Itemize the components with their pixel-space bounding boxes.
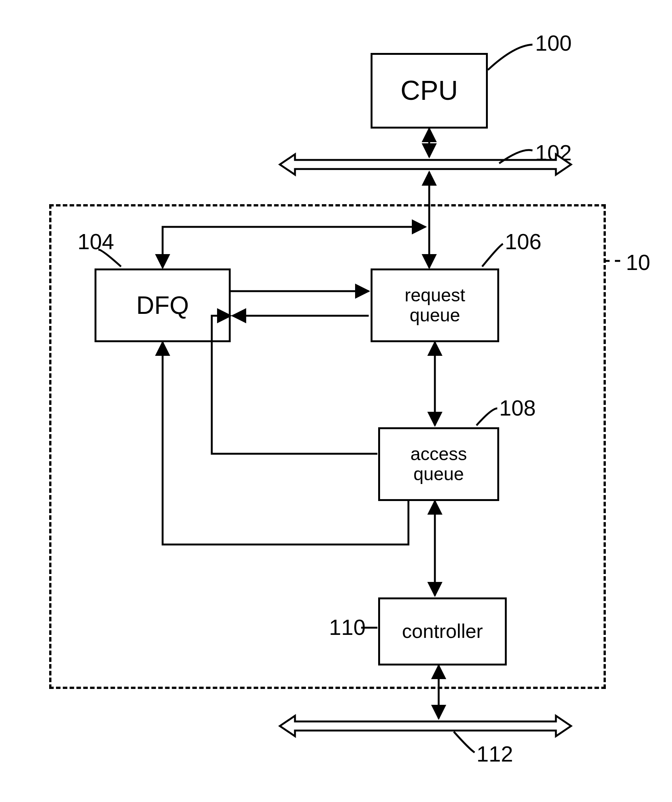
ref-104: 104 [78, 229, 114, 254]
ref-10: 10 [626, 249, 651, 275]
request-queue-block: request queue [371, 268, 499, 342]
bus-top [280, 154, 571, 175]
access-queue-block: access queue [378, 427, 499, 501]
cpu-block: CPU [371, 53, 488, 129]
leader-102 [499, 150, 533, 163]
ref-100: 100 [535, 30, 572, 56]
dfq-label: DFQ [136, 291, 189, 319]
access-queue-label: access queue [410, 444, 467, 484]
leader-112 [454, 732, 474, 752]
ref-108: 108 [499, 395, 536, 420]
diagram-canvas: CPU DFQ request queue access queue contr… [0, 0, 672, 802]
request-queue-label: request queue [405, 286, 465, 325]
leader-100 [488, 45, 533, 70]
ref-106: 106 [505, 229, 541, 254]
controller-block: controller [378, 597, 507, 666]
ref-102: 102 [535, 140, 572, 165]
ref-110: 110 [329, 614, 366, 640]
cpu-label: CPU [400, 76, 458, 105]
controller-label: controller [402, 621, 483, 642]
svg-marker-0 [280, 154, 571, 175]
bus-bottom [280, 716, 571, 736]
ref-112: 112 [476, 741, 513, 766]
dfq-block: DFQ [94, 268, 231, 342]
svg-marker-1 [280, 716, 571, 736]
